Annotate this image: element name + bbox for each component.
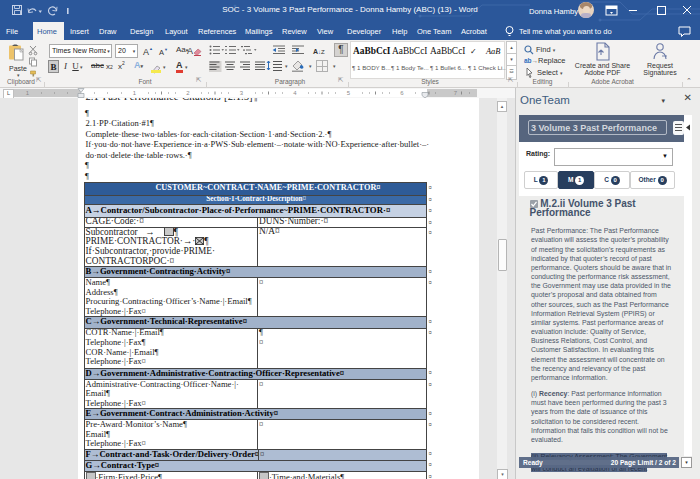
svg-text:1: 1 [133,90,137,96]
svg-text:6: 6 [400,90,404,96]
svg-text:4: 4 [293,90,297,96]
svg-text:7: 7 [454,90,458,96]
svg-text:2: 2 [186,90,190,96]
svg-text:5: 5 [347,90,351,96]
svg-text:1: 1 [26,90,30,96]
svg-text:3: 3 [240,90,244,96]
